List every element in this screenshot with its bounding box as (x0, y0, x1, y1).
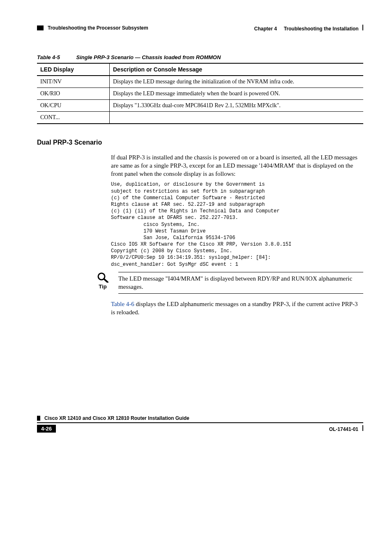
cell-desc: Displays "1.330GHz dual-core MPC8641D Re… (110, 100, 364, 112)
cell-led: INIT/NV (37, 76, 110, 88)
cell-desc: Displays the LED message immediately whe… (110, 88, 364, 100)
header-bar-icon (362, 25, 363, 30)
table-row: OK/CPU Displays "1.330GHz dual-core MPC8… (37, 100, 363, 112)
col-header-led: LED Display (37, 63, 110, 76)
table-link[interactable]: Table 4-6 (111, 301, 134, 307)
header-left-text: Troubleshooting the Processor Subsystem (48, 25, 148, 31)
section-paragraph: If dual PRP-3 is installed and the chass… (111, 154, 363, 178)
after-tip-rest: displays the LED alphanumeric messages o… (111, 301, 357, 315)
section-heading: Dual PRP-3 Scenario (37, 139, 363, 146)
doc-number: OL-17441-01 (329, 426, 358, 432)
header-chapter: Chapter 4 (254, 26, 277, 32)
cell-led: OK/CPU (37, 100, 110, 112)
cell-desc: Displays the LED message during the init… (110, 76, 364, 88)
header-title: Troubleshooting the Installation (284, 26, 359, 32)
magnifier-icon (97, 272, 108, 283)
cell-led: OK/RIO (37, 88, 110, 100)
cell-led: CONT... (37, 112, 110, 124)
footer-bar-icon (362, 425, 363, 431)
table-row: INIT/NV Displays the LED message during … (37, 76, 363, 88)
table-row: OK/RIO Displays the LED message immediat… (37, 88, 363, 100)
table-caption: Table 4-5 Single PRP-3 Scenario — Chassi… (37, 54, 363, 60)
tip-text: The LED message "I404/MRAM" is displayed… (118, 272, 363, 294)
col-header-desc: Description or Console Message (110, 63, 364, 76)
table-title: Single PRP-3 Scenario — Chassis loaded f… (76, 54, 221, 60)
svg-line-1 (104, 279, 108, 282)
cell-desc (110, 112, 364, 124)
table-row: CONT... (37, 112, 363, 124)
tip-label: Tip (99, 283, 106, 290)
header-square-icon (37, 25, 44, 30)
after-tip-paragraph: Table 4-6 displays the LED alphanumeric … (111, 300, 363, 317)
page-number: 4-26 (37, 425, 56, 433)
led-table: LED Display Description or Console Messa… (37, 63, 363, 124)
console-output: Use, duplication, or disclosure by the G… (111, 181, 363, 267)
table-number: Table 4-5 (37, 54, 60, 60)
footer-square-icon (37, 416, 40, 421)
running-header: Troubleshooting the Processor Subsystem … (37, 25, 363, 32)
footer-doc-title: Cisco XR 12410 and Cisco XR 12810 Router… (44, 415, 189, 421)
